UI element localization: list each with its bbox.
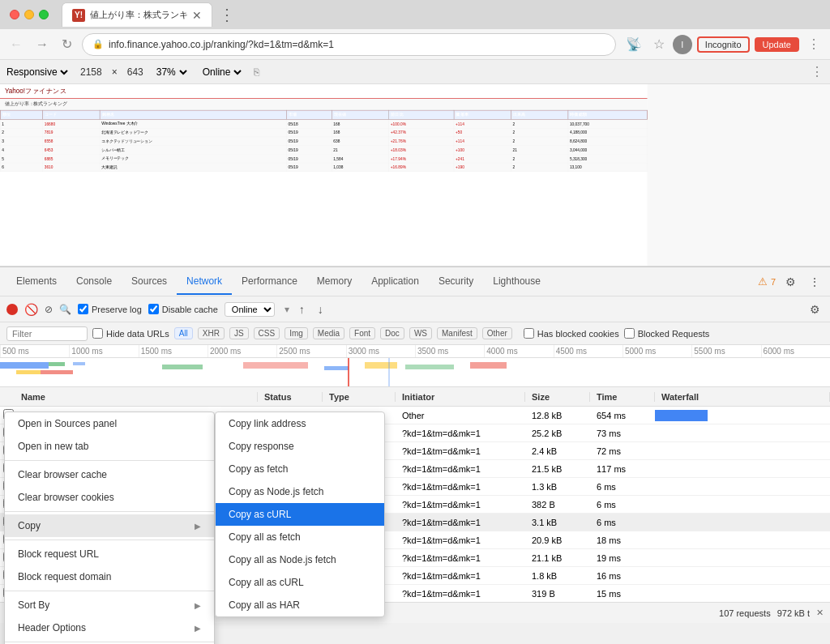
hide-data-urls-label[interactable]: Hide data URLs <box>92 328 169 339</box>
timeline-bars <box>0 358 830 387</box>
cm-header-options[interactable]: Header Options ▶ <box>5 616 214 639</box>
context-menu: Open in Sources panel Open in new tab Cl… <box>4 412 215 644</box>
row-size: 12.8 kB <box>525 411 590 420</box>
blocked-requests-checkbox[interactable] <box>624 328 635 339</box>
filter-xhr-button[interactable]: XHR <box>198 327 225 339</box>
row-initiator: Other <box>396 411 525 420</box>
network-settings-button[interactable]: ⚙ <box>806 301 824 318</box>
cm-copy-arrow: ▶ <box>195 522 201 531</box>
filter-ws-button[interactable]: WS <box>409 327 432 339</box>
filter-input[interactable] <box>6 326 88 341</box>
filter-js-button[interactable]: JS <box>229 327 249 339</box>
page-iframe: Yahoo!ファイナンス 値上がり率：株式ランキング 順位 コード 銘柄名 市場… <box>0 84 830 266</box>
bookmark-icon[interactable]: ☆ <box>650 33 668 55</box>
settings-button[interactable]: ⚙ <box>782 274 799 290</box>
share-icon: ⎘ <box>254 66 259 78</box>
disable-cache-label[interactable]: Disable cache <box>148 304 218 314</box>
row-time: 73 ms <box>590 429 655 438</box>
close-button[interactable] <box>10 10 19 19</box>
address-bar[interactable]: 🔒 info.finance.yahoo.co.jp/ranking/?kd=1… <box>82 33 616 56</box>
row-size: 21.1 kB <box>525 553 590 563</box>
back-button[interactable]: ← <box>6 34 26 55</box>
filter-all-button[interactable]: All <box>174 327 193 339</box>
zoom-select[interactable]: 37% <box>153 66 190 79</box>
tab-security[interactable]: Security <box>429 269 483 295</box>
timeline-mark-6: 3500 ms <box>415 345 484 357</box>
submenu-copy-response[interactable]: Copy response <box>216 435 384 458</box>
menu-button[interactable]: ⋮ <box>804 33 824 55</box>
clear-button[interactable]: 🚫 <box>24 303 38 316</box>
filter-manifest-button[interactable]: Manifest <box>437 327 477 339</box>
tab-performance[interactable]: Performance <box>232 269 307 295</box>
bottom-close-icon[interactable]: ✕ <box>816 608 824 618</box>
forward-button[interactable]: → <box>32 34 52 55</box>
submenu-copy-link[interactable]: Copy link address <box>216 412 384 435</box>
filter-img-button[interactable]: Img <box>285 327 308 339</box>
blocked-cookies-checkbox[interactable] <box>524 328 534 339</box>
preserve-log-label[interactable]: Preserve log <box>78 304 142 314</box>
disable-cache-checkbox[interactable] <box>148 304 159 314</box>
cm-block-domain[interactable]: Block request domain <box>5 565 214 588</box>
more-options-button[interactable]: ⋮ <box>807 61 827 83</box>
header-time: Time <box>590 392 655 402</box>
header-status: Status <box>258 392 323 402</box>
online-throttle-select[interactable]: Online <box>225 302 275 317</box>
filter-bar: Hide data URLs All XHR JS CSS Img Media … <box>0 322 830 345</box>
incognito-label[interactable]: Incognito <box>697 36 750 53</box>
timeline-mark-0: 500 ms <box>0 345 69 357</box>
blocked-requests-label[interactable]: Blocked Requests <box>624 328 710 339</box>
update-button[interactable]: Update <box>755 37 799 52</box>
tab-close-icon[interactable]: ✕ <box>192 9 202 22</box>
hide-data-urls-checkbox[interactable] <box>92 328 103 339</box>
cm-open-sources[interactable]: Open in Sources panel <box>5 412 214 435</box>
record-button[interactable] <box>6 304 18 315</box>
submenu-copy-node-fetch[interactable]: Copy as Node.js fetch <box>216 480 384 503</box>
tab-network[interactable]: Network <box>177 269 232 295</box>
submenu-copy-all-har[interactable]: Copy all as HAR <box>216 594 384 616</box>
submenu-copy-curl[interactable]: Copy as cURL <box>216 503 384 526</box>
tab-elements[interactable]: Elements <box>6 269 66 295</box>
cm-clear-cookies[interactable]: Clear browser cookies <box>5 486 214 509</box>
download-button[interactable]: ↓ <box>314 301 327 318</box>
more-tools-button[interactable]: ⋮ <box>806 274 824 290</box>
svg-rect-7 <box>324 366 349 370</box>
submenu-copy-fetch[interactable]: Copy as fetch <box>216 458 384 480</box>
filter-media-button[interactable]: Media <box>313 327 344 339</box>
upload-button[interactable]: ↑ <box>296 301 308 318</box>
submenu-copy-all-fetch[interactable]: Copy all as fetch <box>216 526 384 548</box>
submenu-copy-all-curl[interactable]: Copy all as cURL <box>216 571 384 594</box>
online-select[interactable]: Online <box>199 66 244 79</box>
responsive-select[interactable]: Responsive <box>3 66 71 79</box>
maximize-button[interactable] <box>39 10 49 19</box>
title-bar: Y! 値上がり率：株式ランキング - Yah... ✕ ⋮ <box>0 0 830 29</box>
filter-other-button[interactable]: Other <box>482 327 512 339</box>
filter-css-button[interactable]: CSS <box>254 327 280 339</box>
row-initiator: ?kd=1&tm=d&mk=1 <box>396 500 525 510</box>
tab-console[interactable]: Console <box>66 269 122 295</box>
cm-clear-cache[interactable]: Clear browser cache <box>5 463 214 486</box>
cm-copy[interactable]: Copy ▶ <box>5 514 214 537</box>
browser-tab[interactable]: Y! 値上がり率：株式ランキング - Yah... ✕ <box>62 2 212 27</box>
refresh-button[interactable]: ↻ <box>58 33 75 55</box>
requests-size: 972 kB t <box>777 608 810 618</box>
avatar[interactable]: I <box>673 35 692 54</box>
cm-block-url[interactable]: Block request URL <box>5 543 214 565</box>
new-tab-button[interactable]: ⋮ <box>216 3 238 26</box>
cm-sort-by[interactable]: Sort By ▶ <box>5 594 214 616</box>
filter-button[interactable]: ⊘ <box>45 304 53 315</box>
preserve-log-checkbox[interactable] <box>78 304 88 314</box>
tab-sources[interactable]: Sources <box>122 269 177 295</box>
blocked-cookies-label[interactable]: Has blocked cookies <box>524 328 619 339</box>
cm-open-tab[interactable]: Open in new tab <box>5 435 214 458</box>
filter-doc-button[interactable]: Doc <box>380 327 404 339</box>
tab-memory[interactable]: Memory <box>307 269 362 295</box>
svg-rect-1 <box>49 362 65 366</box>
filter-font-button[interactable]: Font <box>349 327 375 339</box>
search-button[interactable]: 🔍 <box>59 304 71 315</box>
cast-icon[interactable]: 📡 <box>622 33 645 55</box>
tab-application[interactable]: Application <box>362 269 429 295</box>
minimize-button[interactable] <box>24 10 34 19</box>
row-time: 6 ms <box>590 482 655 492</box>
submenu-copy-all-node-fetch[interactable]: Copy all as Node.js fetch <box>216 548 384 571</box>
tab-lighthouse[interactable]: Lighthouse <box>483 269 550 295</box>
